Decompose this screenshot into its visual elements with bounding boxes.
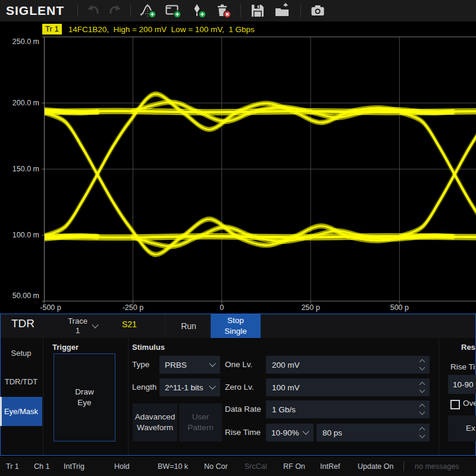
one-level-spinner (420, 356, 424, 374)
status-no-messages: no messages (415, 462, 459, 471)
run-button[interactable]: Run (170, 315, 207, 337)
length-label: Length (132, 378, 156, 396)
add-window-icon (165, 3, 181, 18)
redo-icon (107, 3, 123, 18)
toolbar-separator (77, 4, 78, 17)
status-bw-10-k[interactable]: BW=10 k (158, 462, 188, 471)
panel-divider (43, 338, 43, 455)
svg-text:-250 p: -250 p (123, 303, 143, 312)
data-rate-spinner (420, 400, 424, 418)
rise-time-input[interactable]: 80 ps (317, 424, 430, 441)
length-dropdown[interactable]: 2^11-1 bits (159, 378, 220, 396)
length-value: 2^11-1 bits (165, 383, 203, 392)
stimulus-group-title: Stimulus (132, 343, 165, 352)
svg-text:50.00 m: 50.00 m (12, 292, 39, 300)
spinner-down-icon[interactable] (419, 433, 425, 439)
panel-divider (439, 338, 439, 455)
overlay-checkbox[interactable] (450, 400, 460, 409)
redo-button[interactable] (104, 1, 126, 20)
data-rate-label: Data Rate (225, 400, 261, 418)
rise-time-value: 80 ps (322, 428, 342, 437)
response-rise-time-dropdown[interactable]: 10-90 (448, 375, 476, 394)
sidebar-item-setup[interactable]: Setup (0, 344, 42, 362)
response-rise-time-label: Rise Ti (450, 361, 476, 374)
status-intref[interactable]: IntRef (320, 462, 340, 471)
data-rate-value: 1 Gb/s (272, 405, 296, 414)
toolbar-separator (130, 4, 131, 17)
panel-divider (128, 338, 129, 455)
data-rate-input[interactable]: 1 Gb/s (266, 400, 430, 418)
status-inttrig[interactable]: IntTrig (64, 462, 84, 471)
eye-diagram-plot[interactable]: 250.0 m200.0 m150.0 m100.0 m50.00 m-500 … (0, 0, 476, 314)
delete-trace-icon (215, 3, 231, 18)
status-no-cor[interactable]: No Cor (204, 462, 228, 471)
svg-text:200.0 m: 200.0 m (12, 99, 39, 107)
trace-summary: 14FC1B20, High = 200 mV Low = 100 mV, 1 … (68, 25, 255, 34)
trace-badge[interactable]: Tr 1 (42, 24, 62, 35)
type-dropdown[interactable]: PRBS (159, 356, 220, 374)
status-rf-on[interactable]: RF On (283, 462, 305, 471)
s-parameter-label[interactable]: S21 (122, 320, 137, 329)
add-trace-button[interactable] (136, 1, 161, 20)
toolbar: SIGLENT (0, 0, 476, 21)
overlay-label: Ove (463, 395, 476, 412)
save-button[interactable] (246, 1, 270, 20)
recall-button[interactable] (270, 1, 296, 20)
zero-level-spinner (420, 378, 424, 396)
recall-icon (274, 3, 291, 18)
type-value: PRBS (165, 361, 187, 369)
statusbar-divider (403, 462, 404, 471)
svg-text:150.0 m: 150.0 m (12, 165, 39, 173)
chevron-down-icon (209, 383, 215, 389)
zero-level-label: Zero Lv. (225, 378, 254, 396)
advanced-waveform-button[interactable]: Adavanced Waveform (133, 403, 177, 441)
svg-text:100.0 m: 100.0 m (12, 231, 39, 239)
chevron-down-icon (209, 360, 215, 367)
one-level-value: 200 mV (272, 361, 300, 369)
status-bar: Tr 1Ch 1IntTrigHoldBW=10 kNo CorSrcCalRF… (0, 457, 476, 476)
export-button[interactable]: Ex (448, 415, 476, 441)
rise-time-ref-value: 10-90% (271, 428, 299, 437)
chevron-down-icon (92, 321, 98, 328)
user-pattern-button[interactable]: User Pattern (179, 403, 222, 441)
brand-logo: SIGLENT (6, 4, 64, 18)
svg-text:-500 p: -500 p (40, 303, 61, 312)
trigger-group-title: Trigger (52, 343, 79, 352)
axis-tick-labels: 250.0 m200.0 m150.0 m100.0 m50.00 m-500 … (12, 37, 409, 312)
spinner-down-icon[interactable] (419, 365, 425, 371)
chevron-down-icon (302, 428, 309, 434)
undo-button[interactable] (83, 1, 104, 20)
status-update-on[interactable]: Update On (358, 462, 393, 471)
rise-time-ref-dropdown[interactable]: 10-90% (266, 424, 314, 441)
trace-selector[interactable]: Trace 1 (58, 315, 107, 337)
status-hold[interactable]: Hold (114, 462, 130, 471)
response-rise-time-value: 10-90 (453, 380, 474, 389)
plot-grid (42, 37, 476, 303)
undo-icon (86, 3, 101, 18)
spinner-down-icon[interactable] (419, 409, 425, 415)
status-tr-1[interactable]: Tr 1 (6, 462, 19, 471)
spinner-down-icon[interactable] (419, 387, 425, 393)
draw-eye-button[interactable]: Draw Eye (54, 353, 115, 441)
rise-time-spinner (420, 424, 424, 441)
add-marker-icon (190, 3, 206, 18)
header-divider (165, 314, 165, 338)
status-ch-1[interactable]: Ch 1 (34, 462, 49, 471)
rise-time-label: Rise Time (225, 424, 261, 441)
sidebar-item-eye-mask[interactable]: Eye/Mask (0, 397, 42, 426)
trace-selector-label: Trace 1 (68, 317, 87, 336)
delete-trace-button[interactable] (211, 1, 236, 20)
stop-single-button[interactable]: Stop Single (211, 314, 261, 338)
menu-title: TDR (11, 317, 35, 330)
sidebar-item-tdr-tdt[interactable]: TDR/TDT (0, 372, 42, 390)
zero-level-input[interactable]: 100 mV (266, 378, 430, 396)
eye-trace (0, 92, 476, 256)
response-group-title: Res (461, 343, 476, 352)
add-window-button[interactable] (161, 1, 186, 20)
svg-text:250.0 m: 250.0 m (12, 37, 39, 46)
zero-level-value: 100 mV (272, 383, 300, 392)
svg-text:0: 0 (220, 303, 224, 312)
screenshot-button[interactable] (306, 1, 330, 20)
one-level-input[interactable]: 200 mV (266, 356, 430, 374)
add-marker-button[interactable] (186, 1, 211, 20)
